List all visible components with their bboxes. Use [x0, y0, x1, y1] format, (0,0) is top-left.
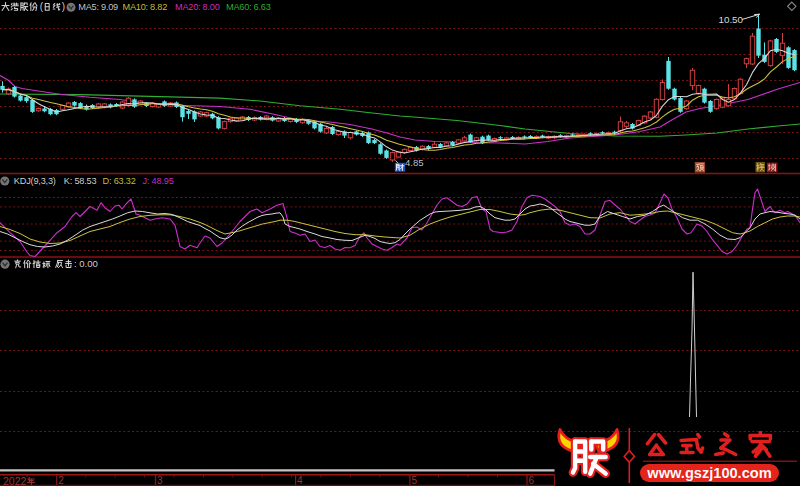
- svg-text:D: 63.32: D: 63.32: [103, 176, 136, 186]
- svg-text:10.50: 10.50: [719, 14, 744, 25]
- svg-text:2: 2: [58, 475, 64, 486]
- svg-text:): ): [62, 1, 65, 12]
- svg-text:: 0.00: : 0.00: [74, 258, 98, 269]
- svg-text:5: 5: [412, 475, 418, 486]
- svg-text:www.gszj100.com: www.gszj100.com: [646, 465, 771, 481]
- svg-text:3: 3: [157, 475, 163, 486]
- svg-text:J: 48.95: J: 48.95: [143, 176, 174, 186]
- svg-text:MA10: 8.82: MA10: 8.82: [123, 2, 168, 12]
- svg-text:2022: 2022: [3, 475, 27, 486]
- svg-text:MA5: 9.09: MA5: 9.09: [78, 2, 118, 12]
- svg-text:K: 58.53: K: 58.53: [64, 176, 97, 186]
- svg-text:MA60: 6.63: MA60: 6.63: [226, 2, 271, 12]
- svg-text:4.85: 4.85: [405, 157, 424, 168]
- svg-text:MA20: 8.00: MA20: 8.00: [175, 2, 220, 12]
- svg-text:6: 6: [529, 475, 535, 486]
- svg-text:4: 4: [297, 475, 303, 486]
- svg-text:KDJ(9,3,3): KDJ(9,3,3): [14, 176, 56, 186]
